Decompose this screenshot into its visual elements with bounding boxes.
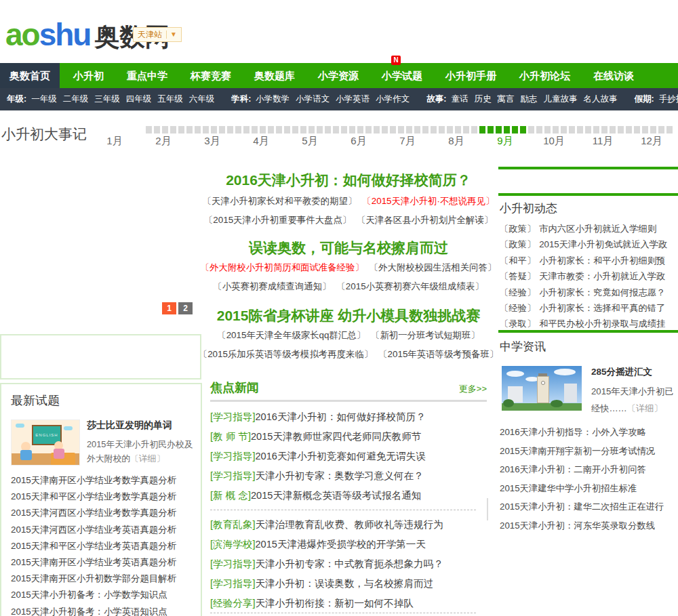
timeline-month[interactable]: 3月	[188, 135, 237, 148]
timeline-square[interactable]	[487, 126, 494, 134]
list-item[interactable]: 〔政策〕市内六区小升初就近入学细则	[500, 221, 678, 237]
list-item[interactable]: 〔答疑〕天津市教委：小升初就近入学政	[500, 268, 678, 284]
timeline-square[interactable]	[642, 126, 648, 134]
timeline-square[interactable]	[195, 126, 201, 134]
list-item[interactable]: 〔和平〕小升初家长：和平小升初细则预	[500, 253, 678, 268]
timeline-square[interactable]	[211, 126, 217, 134]
news-item[interactable]: [学习指导]天津小升初：误读奥数，与名校擦肩而过	[210, 574, 487, 594]
timeline-square[interactable]	[447, 126, 453, 134]
timeline-month[interactable]: 7月	[383, 135, 432, 148]
news-category-tag[interactable]: [教育乱象]	[210, 519, 255, 530]
news-title[interactable]: 2015天津港爆炸受损学校的开学第一天	[255, 539, 425, 550]
timeline-square[interactable]	[414, 126, 420, 134]
timeline-square[interactable]	[260, 126, 266, 134]
news-title[interactable]: 天津小升初专家：中式教育扼杀想象力吗？	[255, 558, 443, 569]
subnav-link[interactable]: 小学数学	[256, 94, 290, 105]
timeline-square[interactable]	[618, 126, 624, 134]
timeline-square[interactable]	[398, 126, 404, 134]
headline-sub-link[interactable]: 〔2015小英赛初赛六年级组成绩表〕	[336, 281, 483, 293]
city-selector[interactable]: 天津站 ▼	[133, 27, 182, 42]
detail-link[interactable]: 〔详细〕	[627, 403, 663, 413]
list-item[interactable]: 2016天津小升初指导：小外入学攻略	[500, 423, 678, 442]
headline-sub-link[interactable]: 〔小英赛初赛成绩查询通知〕	[213, 281, 331, 293]
nav-item[interactable]: 小升初论坛	[510, 63, 580, 88]
nav-item[interactable]: 杯赛竞赛	[181, 63, 241, 88]
list-item[interactable]: 2015天津南开区小学结业考数学真题分析	[11, 472, 194, 489]
timeline-square[interactable]	[146, 126, 152, 134]
subnav-link[interactable]: 小学作文	[376, 94, 410, 105]
more-link[interactable]: 更多>>	[459, 383, 487, 395]
item-title[interactable]: 市内六区小升初就近入学细则	[539, 224, 656, 234]
timeline-square[interactable]	[227, 126, 233, 134]
timeline-square[interactable]	[276, 126, 282, 134]
featured-article-title[interactable]: 莎士比亚发明的单词	[87, 419, 194, 432]
list-item[interactable]: 2015天津和平区小学结业考英语真题分析	[11, 538, 194, 554]
timeline-square[interactable]	[186, 126, 193, 134]
subnav-link[interactable]: 童话	[452, 94, 468, 105]
list-item[interactable]: 〔经验〕小升初家长：选择和平真的错了	[500, 300, 678, 316]
timeline-square[interactable]	[357, 126, 363, 134]
item-title[interactable]: 小升初家长：和平小升初细则预	[539, 255, 665, 266]
timeline-square[interactable]	[569, 126, 575, 134]
timeline-square[interactable]	[520, 126, 526, 134]
list-item[interactable]: 〔政策〕2015天津小升初免试就近入学政	[500, 237, 678, 252]
item-title[interactable]: 小升初家长：究竟如何报志愿？	[539, 287, 665, 297]
news-title[interactable]: 天津治理教育乱收费、教师收礼等违规行为	[255, 519, 443, 530]
timeline-square[interactable]	[479, 126, 485, 134]
news-title[interactable]: 2016天津小升初：如何做好择校简历？	[255, 411, 425, 422]
nav-item[interactable]: 小学资源	[308, 63, 368, 88]
timeline-square[interactable]	[536, 126, 542, 134]
timeline-square[interactable]	[528, 126, 534, 134]
timeline-square[interactable]	[252, 126, 258, 134]
timeline-square[interactable]	[308, 126, 315, 134]
nav-item[interactable]: 小升初	[64, 63, 113, 88]
news-category-tag[interactable]: [学习指导]	[210, 470, 255, 481]
list-item[interactable]: 2015天津小升初备考：小学数学知识点	[11, 587, 194, 603]
list-item[interactable]: 2015天津南开区小学结业考英语真题分析	[11, 554, 194, 571]
headline-sub-link[interactable]: 〔外大附校小升初简历和面试准备经验〕	[201, 262, 364, 274]
timeline-month[interactable]: 4月	[237, 135, 285, 148]
timeline-month[interactable]: 10月	[530, 135, 578, 148]
headline-sub-link[interactable]: 〔2015年天津全年级家长qq群汇总〕	[217, 329, 365, 342]
subnav-link[interactable]: 小学语文	[296, 94, 330, 105]
news-title[interactable]: 2016天津小升初竞赛如何避免无谓失误	[255, 451, 425, 461]
news-category-tag[interactable]: [学习指导]	[210, 558, 255, 569]
subnav-link[interactable]: 名人故事	[584, 94, 618, 105]
timeline-month[interactable]: 9月	[481, 135, 530, 148]
news-item[interactable]: [经验分享]天津小升初衔接：新初一如何不掉队	[210, 594, 487, 613]
headline-sub-link[interactable]: 〔天津小升初家长对和平教委的期望〕	[203, 195, 357, 207]
news-category-tag[interactable]: [经验分享]	[210, 598, 255, 609]
timeline-square[interactable]	[178, 126, 184, 134]
list-item[interactable]: 2015天津和平区小学结业考数学真题分析	[11, 489, 194, 505]
headline-sub-link[interactable]: 〔天津各区县小升初划片全解读〕	[357, 214, 493, 226]
news-item[interactable]: [学习指导]2016天津小升初竞赛如何避免无谓失误	[210, 447, 487, 466]
nav-item[interactable]: 在线访谈	[584, 63, 643, 88]
classroom-thumbnail[interactable]: ENGLISH	[11, 419, 80, 466]
timeline-square[interactable]	[496, 126, 502, 134]
timeline-month[interactable]: 11月	[578, 135, 627, 148]
list-item[interactable]: 2015天津小升初：建华二次招生正在进行	[500, 497, 678, 516]
news-category-tag[interactable]: [学习指导]	[210, 578, 255, 589]
headline-sub-link[interactable]: 〔2015年英语等级考预备班〕	[378, 348, 498, 361]
timeline-square[interactable]	[162, 126, 168, 134]
list-item[interactable]: 2015天津建华中学小升初招生标准	[500, 479, 678, 498]
timeline-month[interactable]: 12月	[627, 135, 676, 148]
nav-item[interactable]: 小学试题	[372, 63, 432, 88]
timeline-square[interactable]	[374, 126, 380, 134]
news-title[interactable]: 天津小升初专家：奥数学习意义何在？	[255, 470, 423, 481]
timeline-square[interactable]	[422, 126, 428, 134]
news-item[interactable]: [学习指导]天津小升初专家：中式教育扼杀想象力吗？	[210, 554, 487, 574]
list-item[interactable]: 2015天津南开区小升初数学部分题目解析	[11, 571, 194, 587]
subnav-link[interactable]: 历史	[475, 94, 492, 105]
timeline-square[interactable]	[268, 126, 274, 134]
news-category-tag[interactable]: [滨海学校]	[210, 539, 255, 550]
item-title[interactable]: 小升初家长：选择和平真的错了	[539, 303, 665, 313]
detail-link[interactable]: 〔详细〕	[130, 453, 165, 464]
nav-item[interactable]: 奥数题库	[245, 63, 304, 88]
subnav-link[interactable]: 六年级	[189, 94, 215, 105]
featured-article-title[interactable]: 285分摇进汇文	[591, 366, 678, 378]
nav-item[interactable]: 奥数首页	[0, 63, 60, 88]
subnav-link[interactable]: 小学英语	[336, 94, 370, 105]
subnav-link[interactable]: 五年级	[157, 94, 183, 105]
timeline-square[interactable]	[585, 126, 591, 134]
